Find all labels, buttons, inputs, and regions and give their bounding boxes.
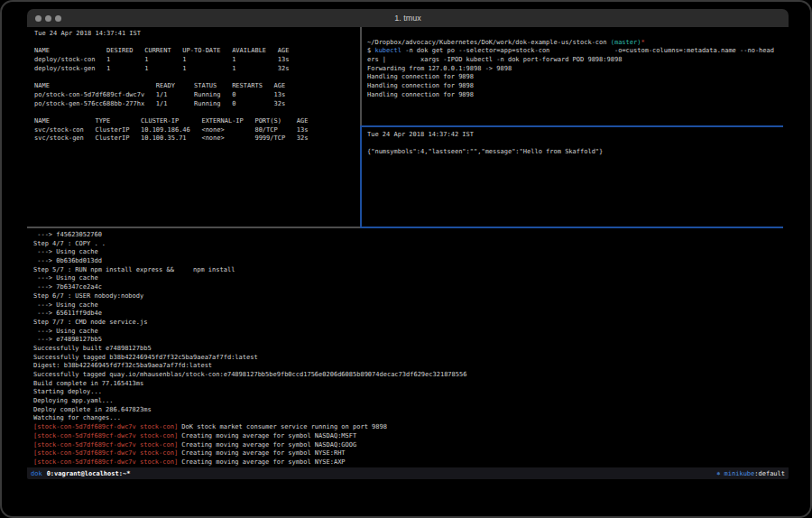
terminal-line: NAME READY STATUS RESTARTS AGE [34, 82, 360, 91]
tmux-status-bar: dok 0:vagrant@localhost:~* ⎈ minikube :d… [27, 467, 789, 479]
terminal-line: deploy/stock-gen 1 1 1 1 32s [34, 65, 360, 74]
terminal-line: Successfully tagged quay.io/mhausenblas/… [33, 371, 789, 380]
close-icon[interactable] [35, 15, 42, 22]
maximize-icon[interactable] [55, 15, 61, 22]
kube-context: minikube [724, 470, 755, 477]
terminal-line: ---> e74898127bb5 [33, 336, 789, 345]
terminal-line: [stock-con-5d7df689cf-dwc7v stock-con] D… [33, 423, 789, 432]
terminal-line: $ kubectl -n dok get po --selector=app=s… [367, 47, 789, 56]
terminal-line: ---> f45623052760 [33, 231, 789, 240]
terminal-line: Tue 24 Apr 2018 14:37:42 IST [367, 131, 789, 140]
terminal-line: svc/stock-gen ClusterIP 10.100.35.71 <no… [34, 134, 360, 143]
terminal-line: Step 5/7 : RUN npm install express && np… [33, 266, 789, 275]
terminal-line: Deploy complete in 286.647823ms [33, 406, 789, 415]
terminal-line: Digest: b38b42246945fd7f32c5ba9aea7af7fd… [33, 362, 789, 371]
pane-skaffold-build-log[interactable]: ---> f45623052760Step 4/7 : COPY . . ---… [27, 228, 789, 467]
terminal-line: Handling connection for 9898 [367, 91, 789, 100]
window-controls [35, 9, 61, 27]
terminal-line: Step 4/7 : COPY . . [33, 240, 789, 249]
terminal-line: Handling connection for 9898 [367, 73, 789, 82]
pane-divider-vertical[interactable] [360, 27, 362, 125]
terminal-line: Starting deploy... [33, 388, 789, 397]
terminal-line: ---> 7b6347ce2a4c [33, 283, 789, 292]
status-right: ⎈ minikube :default [716, 470, 785, 477]
terminal-line: Successfully tagged b38b42246945fd7f32c5… [33, 354, 789, 363]
terminal-line [34, 108, 360, 117]
terminal-line: deploy/stock-con 1 1 1 1 13s [34, 56, 360, 65]
terminal-line: [stock-con-5d7df689cf-dwc7v stock-con] C… [33, 441, 789, 450]
session-name: dok [31, 470, 42, 477]
terminal-line: Build complete in 77.165413ms [33, 380, 789, 389]
terminal-line [34, 73, 360, 82]
terminal-line: [stock-con-5d7df689cf-dwc7v stock-con] C… [33, 458, 789, 467]
pane-divider-horizontal-active-top[interactable] [362, 125, 783, 127]
window-list-item[interactable]: 0:vagrant@localhost:~* [47, 470, 131, 477]
tmux-content: Tue 24 Apr 2018 14:37:41 ISTNAME DESIRED… [27, 27, 789, 467]
terminal-line: ~/Dropbox/advocacy/Kubernetes/DoK/work/d… [367, 39, 789, 48]
terminal-line: ---> 0b636bd013dd [33, 257, 789, 266]
terminal-line: {"numsymbols":4,"lastseen":"","message":… [367, 148, 789, 157]
pane-divider-vertical-active[interactable] [360, 125, 362, 228]
terminal-line: [stock-con-5d7df689cf-dwc7v stock-con] C… [33, 432, 789, 441]
terminal-line: ---> Using cache [33, 301, 789, 310]
pane-divider-horizontal[interactable] [27, 227, 360, 228]
terminal-line [34, 39, 360, 48]
terminal-line: Step 6/7 : USER nobody:nobody [33, 292, 789, 301]
terminal-line: Step 7/7 : CMD node service.js [33, 319, 789, 328]
terminal-line: ---> 65611ff9db4e [33, 310, 789, 319]
window-title: 1. tmux [27, 14, 789, 23]
pane-divider-horizontal-active-bottom[interactable] [360, 227, 783, 228]
terminal-line: NAME DESIRED CURRENT UP-TO-DATE AVAILABL… [34, 47, 360, 56]
terminal-line: Forwarding from 127.0.0.1:9898 -> 9898 [367, 65, 789, 74]
terminal-line: po/stock-gen-576cc688bb-277hx 1/1 Runnin… [34, 100, 360, 109]
screen-frame: 1. tmux Tue 24 Apr 2018 14:37:41 ISTNAME… [0, 0, 812, 518]
terminal-line [367, 140, 789, 149]
pane-service-response[interactable]: Tue 24 Apr 2018 14:37:42 IST{"numsymbols… [362, 127, 789, 227]
terminal-line: [stock-con-5d7df689cf-dwc7v stock-con] C… [33, 449, 789, 458]
terminal-line: ers | xargs -IPOD kubectl -n dok port-fo… [367, 56, 789, 65]
status-left: dok 0:vagrant@localhost:~* [31, 470, 130, 477]
pane-kubectl-watch[interactable]: Tue 24 Apr 2018 14:37:41 ISTNAME DESIRED… [27, 27, 360, 227]
terminal-window: 1. tmux Tue 24 Apr 2018 14:37:41 ISTNAME… [27, 9, 789, 479]
terminal-line: Tue 24 Apr 2018 14:37:41 IST [34, 30, 360, 39]
terminal-line: svc/stock-con ClusterIP 10.109.186.46 <n… [34, 126, 360, 135]
terminal-line: NAME TYPE CLUSTER-IP EXTERNAL-IP PORT(S)… [34, 117, 360, 126]
terminal-line [367, 30, 789, 39]
terminal-line: ---> Using cache [33, 274, 789, 283]
terminal-line: Handling connection for 9898 [367, 82, 789, 91]
terminal-line: Deploying app.yaml... [33, 397, 789, 406]
terminal-line: Successfully built e74898127bb5 [33, 345, 789, 354]
kube-namespace: :default [754, 470, 785, 477]
window-titlebar[interactable]: 1. tmux [27, 9, 789, 27]
terminal-line: ---> Using cache [33, 328, 789, 337]
terminal-line: ---> Using cache [33, 248, 789, 257]
terminal-line: Watching for changes... [33, 414, 789, 423]
pane-port-forward[interactable]: ~/Dropbox/advocacy/Kubernetes/DoK/work/d… [362, 27, 789, 125]
minimize-icon[interactable] [45, 15, 51, 22]
terminal-line: po/stock-con-5d7df689cf-dwc7v 1/1 Runnin… [34, 91, 360, 100]
helm-wheel-icon: ⎈ [716, 470, 724, 477]
